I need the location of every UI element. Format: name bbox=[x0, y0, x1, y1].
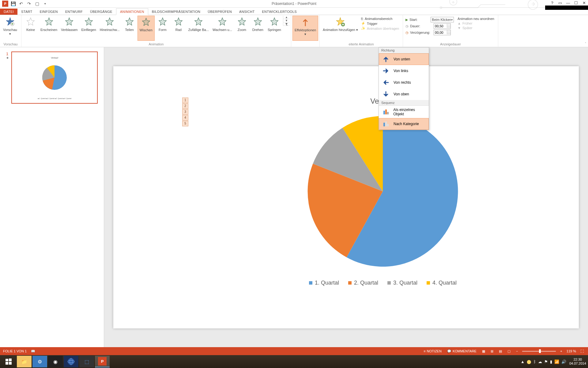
zoom-in-button[interactable]: + bbox=[559, 349, 563, 353]
animation-grow[interactable]: Wachsen u... bbox=[211, 16, 234, 41]
tab-slideshow[interactable]: BILDSCHIRMPRÄSENTATION bbox=[148, 9, 204, 15]
save-button[interactable]: 💾 bbox=[9, 0, 17, 7]
slide-thumbnail-1[interactable]: Verkauf ■ 1. Quartal ■ 2. Quartal ■ 3. Q… bbox=[11, 52, 98, 104]
sorter-view-button[interactable]: ⊞ bbox=[489, 349, 495, 353]
sequence-as-one[interactable]: Als einzelnes Objekt bbox=[379, 106, 429, 118]
tray-icon-1[interactable]: ▲ bbox=[521, 359, 525, 364]
as-one-icon bbox=[382, 108, 390, 116]
spell-check-icon[interactable]: 📖 bbox=[31, 349, 35, 353]
gallery-scroll-down[interactable]: ▼ bbox=[283, 19, 290, 22]
svg-marker-7 bbox=[45, 18, 52, 25]
zoom-slider[interactable] bbox=[522, 351, 556, 352]
status-bar: FOLIE 1 VON 1 📖 ≡NOTIZEN 💬KOMMENTARE ▦ ⊞… bbox=[0, 347, 588, 355]
redo-button[interactable]: ↷ bbox=[25, 0, 33, 7]
sequence-header: Sequenz bbox=[379, 100, 429, 106]
animation-fly_in[interactable]: Einfliegen bbox=[79, 16, 98, 41]
tab-view[interactable]: ANSICHT bbox=[236, 9, 258, 15]
anim-tag[interactable]: 4 bbox=[182, 115, 188, 121]
tab-design[interactable]: ENTWURF bbox=[62, 9, 86, 15]
notes-button[interactable]: ≡NOTIZEN bbox=[422, 349, 443, 353]
preview-label: Vorschau bbox=[3, 28, 17, 32]
close-button[interactable]: ✕ bbox=[581, 0, 587, 6]
task-firefox[interactable] bbox=[64, 356, 78, 367]
tab-animations[interactable]: ANIMATIONEN bbox=[116, 8, 148, 15]
tab-insert[interactable]: EINFÜGEN bbox=[36, 9, 62, 15]
tab-review[interactable]: ÜBERPRÜFEN bbox=[204, 9, 236, 15]
task-explorer[interactable]: 📁 bbox=[17, 356, 32, 367]
animation-bounce[interactable]: Springen bbox=[266, 16, 283, 41]
animation-shape[interactable]: Form bbox=[155, 16, 171, 41]
animation-split[interactable]: Teilen bbox=[122, 16, 138, 41]
start-from-beginning-button[interactable]: ▢ bbox=[33, 0, 41, 7]
direction-from-top[interactable]: Von oben bbox=[379, 88, 429, 100]
anim-tag[interactable]: 3 bbox=[182, 109, 188, 115]
animation-pane-button[interactable]: ⎘Animationsbereich bbox=[361, 17, 399, 21]
task-vbox[interactable]: ⬚ bbox=[79, 356, 94, 367]
effect-options-button[interactable]: Effektoptionen▾ bbox=[292, 16, 318, 41]
slide-canvas[interactable]: 12345 Verkauf 1. Quartal2. Quartal3. Qua… bbox=[113, 66, 579, 328]
animation-wheel[interactable]: Rad bbox=[171, 16, 187, 41]
tray-icon-wifi[interactable]: 📶 bbox=[554, 359, 559, 364]
tab-start[interactable]: START bbox=[17, 9, 36, 15]
maximize-button[interactable]: ☐ bbox=[573, 0, 579, 6]
duration-input[interactable] bbox=[434, 23, 451, 29]
task-powerpoint[interactable]: P bbox=[95, 356, 110, 367]
slide-editor-area[interactable]: 12345 Verkauf 1. Quartal2. Quartal3. Qua… bbox=[104, 47, 588, 347]
effect-options-dropdown: Richtung Von unten Von links Von rechts … bbox=[379, 47, 429, 130]
animation-fade[interactable]: Verblassen bbox=[59, 16, 79, 41]
tab-transitions[interactable]: ÜBERGÄNGE bbox=[86, 9, 116, 15]
add-animation-button[interactable]: Animation hinzufügen ▾ bbox=[321, 16, 360, 41]
svg-marker-8 bbox=[66, 18, 73, 25]
tray-icon-sound[interactable]: 🔊 bbox=[561, 359, 566, 364]
tray-clock[interactable]: 22:30 04.07.2014 bbox=[569, 358, 586, 365]
tray-icon-cloud[interactable]: ☁ bbox=[538, 359, 542, 364]
animation-none[interactable]: Keine bbox=[23, 16, 39, 41]
minimize-button[interactable]: — bbox=[565, 0, 571, 6]
help-button[interactable]: ? bbox=[549, 0, 556, 6]
gallery-more[interactable]: ▼̲ bbox=[283, 22, 290, 26]
direction-from-left[interactable]: Von links bbox=[379, 65, 429, 77]
duration-label: Dauer: bbox=[410, 24, 432, 28]
slideshow-view-button[interactable]: ▢ bbox=[506, 349, 512, 353]
animation-random[interactable]: Zufällige Ba... bbox=[187, 16, 211, 41]
start-menu-button[interactable] bbox=[1, 356, 16, 367]
reading-view-button[interactable]: ▤ bbox=[498, 349, 503, 353]
animation-zoom[interactable]: Zoom bbox=[234, 16, 250, 41]
tray-icon-battery[interactable]: ▮ bbox=[550, 359, 552, 364]
direction-from-bottom[interactable]: Von unten bbox=[379, 53, 429, 65]
svg-marker-11 bbox=[126, 18, 133, 25]
tab-developer[interactable]: ENTWICKLERTOOLS bbox=[258, 9, 300, 15]
delay-input[interactable] bbox=[434, 30, 451, 35]
preview-button[interactable]: Vorschau▾ bbox=[1, 16, 19, 41]
anim-tag[interactable]: 1 bbox=[182, 98, 188, 103]
undo-button[interactable]: ↶ bbox=[17, 0, 25, 7]
qat-customize[interactable]: ▾ bbox=[41, 0, 49, 7]
gallery-scroll-up[interactable]: ▲ bbox=[283, 16, 290, 19]
direction-from-right[interactable]: Von rechts bbox=[379, 77, 429, 88]
tray-icon-flag[interactable]: ⚑ bbox=[544, 359, 548, 364]
tray-icon-security[interactable]: ⬤ bbox=[527, 359, 531, 364]
comments-button[interactable]: 💬KOMMENTARE bbox=[446, 349, 478, 353]
trigger-button[interactable]: ⚡Trigger bbox=[361, 21, 399, 25]
anim-tag[interactable]: 5 bbox=[182, 121, 188, 126]
task-steam[interactable]: ◉ bbox=[48, 356, 63, 367]
tray-icon-bt[interactable]: ᛒ bbox=[533, 359, 536, 364]
animation-wipe[interactable]: Wischen bbox=[138, 16, 155, 41]
animation-appear[interactable]: Erscheinen bbox=[39, 16, 59, 41]
legend-item: 2. Quartal bbox=[348, 280, 378, 286]
effect-options-label: Effektoptionen bbox=[295, 28, 316, 32]
thumb-number: 1 bbox=[6, 52, 9, 56]
collapse-ribbon-button[interactable]: ˆ bbox=[585, 42, 586, 46]
animation-float_in[interactable]: Hineinschw... bbox=[98, 16, 122, 41]
tab-file[interactable]: DATEI bbox=[0, 9, 17, 15]
zoom-out-button[interactable]: − bbox=[515, 349, 519, 353]
fit-to-window-button[interactable]: ⛶ bbox=[579, 349, 585, 353]
sequence-by-category[interactable]: Nach Kategorie bbox=[379, 118, 429, 130]
ribbon-display-button[interactable]: ▭ bbox=[557, 0, 564, 6]
start-select[interactable]: Beim Klicken▾ bbox=[431, 17, 454, 22]
normal-view-button[interactable]: ▦ bbox=[481, 349, 486, 353]
anim-tag[interactable]: 2 bbox=[182, 103, 188, 109]
animation-spin[interactable]: Drehen bbox=[250, 16, 266, 41]
star-icon bbox=[217, 17, 227, 27]
task-app-1[interactable]: ⚙ bbox=[32, 356, 47, 367]
